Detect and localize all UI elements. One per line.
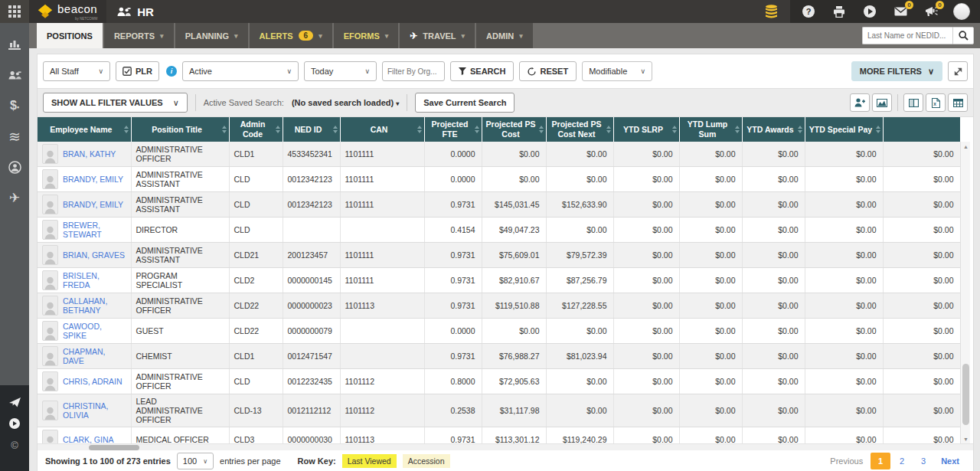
- column-header[interactable]: NED ID: [283, 117, 340, 142]
- search-icon[interactable]: [952, 27, 974, 44]
- help-icon[interactable]: ?: [793, 0, 824, 23]
- column-header[interactable]: Projected PS Cost: [482, 117, 546, 142]
- info-icon[interactable]: i: [166, 66, 177, 77]
- sort-icon[interactable]: [735, 126, 740, 133]
- column-header[interactable]: YTD SLRP: [613, 117, 679, 142]
- column-header[interactable]: Projected FTE: [424, 117, 482, 142]
- show-all-filter-values-button[interactable]: SHOW ALL FILTER VALUES∨: [43, 93, 188, 113]
- mail-icon[interactable]: 0: [885, 0, 916, 23]
- column-header[interactable]: YTD Special Pay: [805, 117, 883, 142]
- vertical-scrollbar-thumb[interactable]: [962, 364, 969, 425]
- employee-name-link[interactable]: BREWER, STEWART: [63, 221, 126, 239]
- copyright-icon[interactable]: ©: [0, 434, 29, 456]
- sort-icon[interactable]: [606, 126, 611, 133]
- employee-name-link[interactable]: BRISLEN, FREDA: [63, 271, 126, 289]
- table-cell: $0.00: [883, 192, 960, 218]
- beacon-logo[interactable]: beacon by NETCOMM: [29, 0, 106, 23]
- page-2-button[interactable]: 2: [892, 453, 912, 469]
- reset-button[interactable]: RESET: [519, 61, 577, 81]
- org-filter-input[interactable]: [387, 67, 439, 76]
- add-person-icon[interactable]: [850, 93, 870, 112]
- sort-icon[interactable]: [276, 126, 280, 133]
- plr-checkbox[interactable]: PLR: [116, 61, 159, 81]
- employee-name-link[interactable]: BRAN, KATHY: [63, 149, 116, 159]
- tab-reports[interactable]: REPORTS▾: [104, 23, 174, 48]
- sort-icon[interactable]: [539, 126, 544, 133]
- more-filters-button[interactable]: MORE FILTERS∨: [851, 61, 942, 81]
- column-header[interactable]: Position Title: [131, 117, 229, 142]
- user-avatar[interactable]: [946, 0, 977, 23]
- employee-name-link[interactable]: CHAPMAN, DAVE: [63, 347, 126, 365]
- page-3-button[interactable]: 3: [913, 453, 933, 469]
- announcements-icon[interactable]: 0: [916, 0, 946, 23]
- employee-name-link[interactable]: CHRISTINA, OLIVIA: [63, 401, 126, 420]
- person-circle-icon[interactable]: [0, 152, 29, 182]
- sort-icon[interactable]: [124, 126, 129, 133]
- bar-chart-icon[interactable]: [0, 29, 29, 60]
- column-header[interactable]: Projected PS Cost Next: [546, 117, 613, 142]
- saved-search-value[interactable]: (No saved search loaded) ▾: [292, 98, 399, 107]
- employee-name-link[interactable]: BRIAN, GRAVES: [63, 250, 125, 260]
- tab-eforms[interactable]: EFORMS▾: [334, 23, 399, 48]
- column-header[interactable]: Employee Name: [38, 117, 131, 142]
- modifiable-select[interactable]: Modifiable∨: [582, 61, 652, 81]
- employee-name-link[interactable]: CAWOOD, SPIKE: [63, 322, 126, 340]
- column-header[interactable]: CAN: [340, 117, 424, 142]
- database-icon[interactable]: [765, 5, 778, 19]
- quick-search-input[interactable]: [862, 27, 952, 44]
- column-header-label: CAN: [371, 125, 388, 134]
- horizontal-scrollbar-thumb[interactable]: [89, 445, 139, 450]
- play-circle-icon[interactable]: [0, 413, 29, 434]
- tab-positions[interactable]: POSITIONS: [37, 23, 103, 48]
- column-header[interactable]: Admin Code: [229, 117, 283, 142]
- waves-icon[interactable]: ≋: [0, 121, 29, 152]
- staff-icon[interactable]: [0, 60, 29, 90]
- column-header[interactable]: [883, 117, 960, 142]
- tab-alerts[interactable]: ALERTS6▾: [250, 23, 332, 48]
- employee-name-link[interactable]: BRANDY, EMILY: [63, 200, 123, 209]
- video-icon[interactable]: [854, 0, 885, 23]
- column-header[interactable]: YTD Awards: [742, 117, 805, 142]
- tab-travel[interactable]: ✈TRAVEL▾: [400, 23, 475, 48]
- travel-plane-icon[interactable]: ✈: [0, 182, 29, 213]
- sort-icon[interactable]: [417, 126, 422, 133]
- tab-planning[interactable]: PLANNING▾: [175, 23, 248, 48]
- sort-icon[interactable]: [475, 126, 479, 133]
- vertical-scrollbar[interactable]: ▲ ▼: [960, 142, 970, 443]
- search-button[interactable]: SEARCH: [450, 61, 514, 81]
- previous-page-button[interactable]: Previous: [824, 453, 869, 469]
- status-filter-select[interactable]: Active∨: [182, 61, 299, 81]
- table-grid-icon[interactable]: [948, 93, 968, 112]
- staff-filter-select[interactable]: All Staff∨: [43, 61, 110, 81]
- employee-name-link[interactable]: CALLAHAN, BETHANY: [63, 296, 126, 315]
- horizontal-scrollbar[interactable]: [38, 443, 973, 450]
- column-header[interactable]: YTD Lump Sum: [679, 117, 742, 142]
- sort-icon[interactable]: [333, 126, 338, 133]
- page-size-select[interactable]: 100∨: [177, 453, 214, 469]
- area-chart-icon[interactable]: [872, 93, 892, 112]
- sort-icon[interactable]: [222, 126, 227, 133]
- tab-admin[interactable]: ADMIN▾: [476, 23, 533, 48]
- employee-name-link[interactable]: BRANDY, EMILY: [63, 175, 123, 184]
- save-current-search-button[interactable]: Save Current Search: [415, 93, 514, 113]
- scroll-up-icon[interactable]: ▲: [961, 142, 971, 151]
- export-file-icon[interactable]: x: [926, 93, 946, 112]
- table-cell: $81,023.94: [546, 344, 613, 369]
- date-filter-select[interactable]: Today∨: [304, 61, 377, 81]
- sort-icon[interactable]: [672, 126, 677, 133]
- next-page-button[interactable]: Next: [935, 453, 965, 469]
- scroll-down-icon[interactable]: ▼: [961, 434, 971, 443]
- apps-grid-icon[interactable]: [0, 0, 29, 23]
- expand-icon[interactable]: [948, 61, 968, 81]
- print-icon[interactable]: [824, 0, 854, 23]
- sort-icon[interactable]: [798, 126, 802, 133]
- employee-name-link[interactable]: CLARK, GINA: [63, 435, 114, 443]
- payroll-dollar-icon[interactable]: $▪: [0, 90, 29, 121]
- page-1-button[interactable]: 1: [871, 453, 890, 469]
- send-icon[interactable]: [0, 391, 29, 413]
- columns-icon[interactable]: [903, 93, 923, 112]
- org-filter-field[interactable]: [382, 61, 445, 81]
- sort-icon[interactable]: [876, 126, 880, 133]
- employee-name-link[interactable]: CHRIS, ADRAIN: [63, 377, 122, 386]
- table-cell: ADMINISTRATIVE ASSISTANT: [131, 167, 229, 192]
